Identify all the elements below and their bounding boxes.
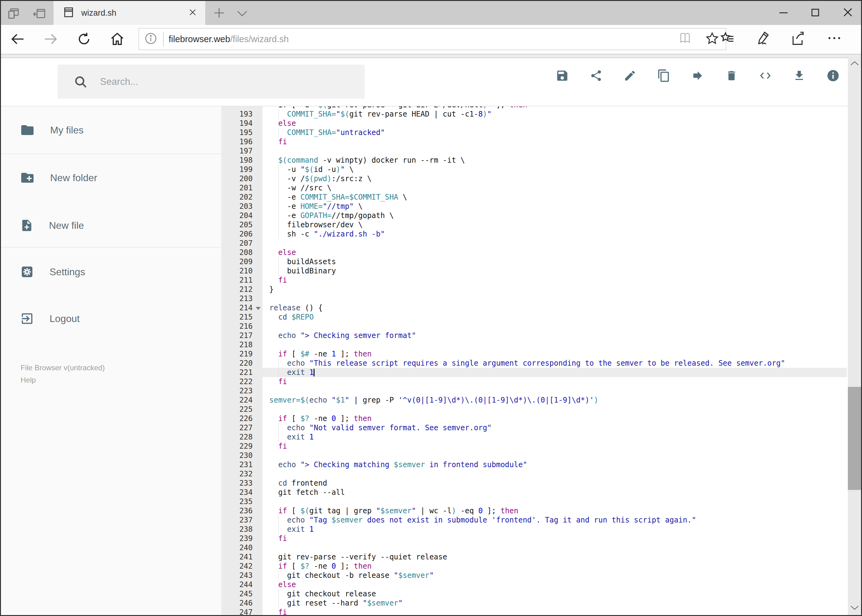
code-line[interactable] bbox=[263, 497, 847, 506]
sidebar-item-new-file[interactable]: New file bbox=[1, 210, 221, 241]
code-line[interactable]: if [ $? -ne 0 ]; then bbox=[263, 414, 847, 423]
refresh-button[interactable] bbox=[76, 31, 92, 48]
tab-close-icon[interactable] bbox=[188, 8, 197, 18]
browser-tab[interactable]: wizard.sh bbox=[54, 1, 205, 25]
code-line[interactable]: else bbox=[263, 248, 847, 257]
tabs-set-aside-icon[interactable] bbox=[32, 6, 46, 20]
save-button[interactable] bbox=[555, 69, 569, 83]
code-line[interactable]: fi bbox=[263, 608, 847, 615]
close-window-button[interactable] bbox=[842, 5, 854, 20]
code-line[interactable]: else bbox=[263, 119, 847, 128]
code-line[interactable]: git reset --hard "$semver" bbox=[263, 599, 847, 608]
code-editor[interactable]: 1931941951961971981992002012022032042052… bbox=[221, 107, 847, 615]
code-line[interactable]: if [ $# -ne 1 ]; then bbox=[263, 349, 847, 358]
site-info-icon[interactable] bbox=[144, 32, 158, 46]
sidebar-item-my-files[interactable]: My files bbox=[1, 115, 221, 146]
code-line[interactable]: } bbox=[263, 285, 847, 294]
new-tab-button[interactable] bbox=[212, 6, 226, 21]
code-line[interactable] bbox=[263, 451, 847, 460]
code-line[interactable]: -e COMMIT_SHA=$COMMIT_SHA \ bbox=[263, 193, 847, 202]
maximize-button[interactable] bbox=[809, 5, 822, 20]
code-line[interactable]: if [ $(git tag | grep "$semver" | wc -l)… bbox=[263, 506, 847, 515]
copy-button[interactable] bbox=[657, 69, 671, 83]
code-line[interactable]: echo "> Checking matching $semver in fro… bbox=[263, 460, 847, 469]
code-line[interactable]: fi bbox=[263, 377, 847, 386]
code-line[interactable]: COMMIT_SHA="untracked" bbox=[263, 128, 847, 137]
editor-code-area[interactable]: if [ -d "$(git rev-parse --git-dir 2>/de… bbox=[263, 107, 847, 615]
code-line[interactable]: echo "Tag $semver does not exist in subm… bbox=[263, 515, 847, 525]
address-bar[interactable]: filebrowser.web/files/wizard.sh bbox=[139, 28, 726, 50]
code-line[interactable]: $(command -v winpty) docker run --rm -it… bbox=[263, 156, 847, 165]
sidebar-item-new-folder[interactable]: New folder bbox=[1, 162, 221, 193]
set-tabs-aside-icon[interactable] bbox=[6, 6, 20, 20]
sidebar-item-settings[interactable]: Settings bbox=[1, 256, 221, 287]
code-line[interactable]: echo "Not valid semver format. See semve… bbox=[263, 423, 847, 432]
code-line[interactable] bbox=[263, 239, 847, 248]
download-button[interactable] bbox=[792, 69, 806, 83]
add-favorite-star-icon[interactable] bbox=[705, 31, 720, 47]
reading-view-icon[interactable] bbox=[678, 32, 692, 46]
code-line[interactable]: git checkout release bbox=[263, 589, 847, 599]
rename-button[interactable] bbox=[623, 69, 637, 83]
code-line[interactable] bbox=[263, 469, 847, 479]
code-line[interactable] bbox=[263, 405, 847, 414]
code-line[interactable]: buildBinary bbox=[263, 266, 847, 275]
code-line[interactable]: exit 1 bbox=[263, 368, 847, 377]
minimize-button[interactable] bbox=[777, 5, 790, 20]
share-page-icon[interactable] bbox=[790, 30, 807, 48]
code-line[interactable]: -e HOME="//tmp" \ bbox=[263, 202, 847, 211]
code-line[interactable]: semver=$(echo "$1" | grep -P '^v(0|[1-9]… bbox=[263, 396, 847, 405]
code-line[interactable]: fi bbox=[263, 442, 847, 451]
code-line[interactable] bbox=[263, 543, 847, 552]
info-button[interactable] bbox=[826, 69, 840, 83]
scroll-down-icon[interactable] bbox=[850, 604, 860, 613]
help-link[interactable]: Help bbox=[20, 374, 105, 386]
code-line[interactable] bbox=[263, 340, 847, 349]
scroll-up-icon[interactable] bbox=[850, 60, 860, 68]
code-line[interactable]: -e GOPATH=//tmp/gopath \ bbox=[263, 211, 847, 220]
code-line[interactable]: release () { bbox=[263, 303, 847, 313]
code-line[interactable]: fi bbox=[263, 534, 847, 543]
code-line[interactable]: exit 1 bbox=[263, 432, 847, 442]
code-line[interactable]: COMMIT_SHA="$(git rev-parse HEAD | cut -… bbox=[263, 110, 847, 119]
sidebar-item-logout[interactable]: Logout bbox=[1, 303, 221, 334]
forward-button[interactable] bbox=[43, 31, 59, 48]
search-input[interactable]: Search... bbox=[58, 64, 365, 99]
page-scrollbar[interactable] bbox=[848, 57, 861, 615]
code-line[interactable]: sh -c "./wizard.sh -b" bbox=[263, 229, 847, 239]
code-line[interactable]: if [ $? -ne 0 ]; then bbox=[263, 561, 847, 571]
scrollbar-thumb[interactable] bbox=[848, 387, 861, 490]
hub-favorites-icon[interactable] bbox=[719, 30, 736, 48]
url-text[interactable]: filebrowser.web/files/wizard.sh bbox=[169, 34, 678, 44]
move-button[interactable] bbox=[690, 69, 705, 83]
back-button[interactable] bbox=[9, 31, 25, 48]
code-line[interactable] bbox=[263, 322, 847, 331]
code-line[interactable]: else bbox=[263, 580, 847, 589]
home-button[interactable] bbox=[109, 31, 125, 48]
delete-button[interactable] bbox=[725, 69, 739, 83]
code-line[interactable]: echo "> Checking semver format" bbox=[263, 331, 847, 340]
code-line[interactable]: fi bbox=[263, 137, 847, 146]
code-line[interactable] bbox=[263, 146, 847, 156]
fold-arrow-icon[interactable] bbox=[256, 307, 261, 310]
code-line[interactable]: buildAssets bbox=[263, 257, 847, 266]
code-line[interactable]: if [ -d "$(git rev-parse --git-dir 2>/de… bbox=[263, 107, 847, 110]
code-line[interactable] bbox=[263, 386, 847, 396]
code-line[interactable]: echo "This release script requires a sin… bbox=[263, 358, 847, 368]
code-view-button[interactable] bbox=[758, 69, 772, 83]
code-line[interactable]: -w //src \ bbox=[263, 183, 847, 193]
code-line[interactable]: fi bbox=[263, 275, 847, 285]
code-line[interactable]: cd frontend bbox=[263, 479, 847, 488]
code-line[interactable]: filebrowser/dev \ bbox=[263, 220, 847, 229]
code-line[interactable]: cd $REPO bbox=[263, 313, 847, 322]
code-line[interactable]: -v /$(pwd):/src:z \ bbox=[263, 174, 847, 183]
code-line[interactable]: -u "$(id -u)" \ bbox=[263, 165, 847, 174]
code-line[interactable]: git fetch --all bbox=[263, 488, 847, 497]
code-line[interactable]: git checkout -b release "$semver" bbox=[263, 571, 847, 580]
tab-preview-chevron-icon[interactable] bbox=[235, 9, 249, 19]
code-line[interactable]: exit 1 bbox=[263, 525, 847, 534]
share-button[interactable] bbox=[589, 69, 603, 83]
settings-more-icon[interactable] bbox=[826, 30, 843, 48]
code-line[interactable] bbox=[263, 294, 847, 303]
code-line[interactable]: git rev-parse --verify --quiet release bbox=[263, 552, 847, 561]
